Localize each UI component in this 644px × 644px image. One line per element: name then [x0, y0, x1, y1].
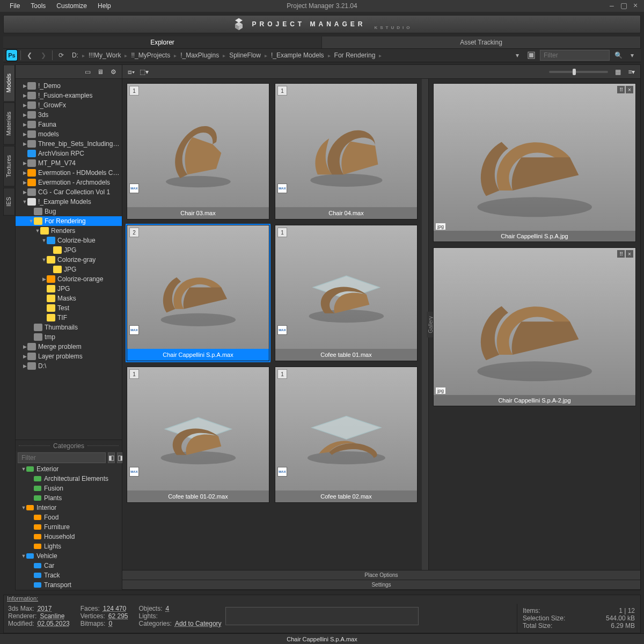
tree-item[interactable]: Bug — [16, 207, 122, 216]
tree-item[interactable]: ▶Fauna — [16, 120, 122, 129]
nav-back[interactable]: ❮ — [24, 50, 35, 61]
thumbnail-card[interactable]: 1 MAX Chair 03.max — [127, 83, 269, 219]
sidetab-models[interactable]: Models — [3, 64, 15, 101]
status-drop-area[interactable] — [225, 607, 419, 625]
breadcrumb-item[interactable]: SplineFlow — [229, 52, 261, 59]
tree-item[interactable]: ▶Three_bip_Sets_Including_Som — [16, 139, 122, 149]
tree-item[interactable]: tmp — [16, 332, 122, 342]
menu-help[interactable]: Help — [92, 2, 116, 10]
menu-tools[interactable]: Tools — [25, 2, 51, 10]
tree-item[interactable]: Thumbnails — [16, 323, 122, 332]
category-item[interactable]: Plants — [16, 493, 122, 503]
category-tree[interactable]: ▼ExteriorArchitectural ElementsFusionPla… — [16, 464, 122, 590]
category-item[interactable]: Track — [16, 570, 122, 580]
category-item[interactable]: ▼Interior — [16, 503, 122, 513]
new-folder-icon[interactable]: ▭ — [83, 68, 92, 76]
tool-cube-icon[interactable]: ⧈▾ — [127, 68, 135, 76]
sidetab-materials[interactable]: Materials — [3, 103, 15, 145]
breadcrumb-item[interactable]: !_MaxPlugins — [180, 52, 219, 59]
tree-item[interactable]: ▶MT_PM_V74 — [16, 158, 122, 168]
filter-input[interactable] — [540, 50, 610, 61]
tree-item[interactable]: JPG — [16, 265, 122, 274]
tree-item[interactable]: Test — [16, 303, 122, 313]
tool-cubes-icon[interactable]: ⬚▾ — [140, 68, 148, 76]
tree-item[interactable]: ▼For Rendering — [16, 216, 122, 226]
thumbnail-grid[interactable]: 1 MAX Chair 03.max1 MAX Chair 04.max2 MA… — [122, 79, 422, 570]
category-item[interactable]: Transport — [16, 580, 122, 590]
thumbnail-card[interactable]: 1 MAX Chair 04.max — [275, 83, 418, 219]
breadcrumb-item[interactable]: !!_MyProjects — [131, 52, 170, 59]
view-grid-icon[interactable]: ▦ — [613, 68, 622, 76]
filter-drop-icon[interactable]: ▾ — [627, 50, 638, 61]
thumbnail-card[interactable]: 2 MAX Chair Cappellini S.p.A.max — [127, 225, 269, 361]
move-icon[interactable]: ⠿ — [617, 250, 625, 258]
thumb-size-slider[interactable] — [549, 71, 608, 73]
tree-item[interactable]: ▶Layer problems — [16, 352, 122, 361]
tab-asset-tracking[interactable]: Asset Tracking — [322, 36, 641, 48]
tree-item[interactable]: ▼Colorize-blue — [16, 236, 122, 245]
category-item[interactable]: Furniture — [16, 522, 122, 532]
tree-item[interactable]: ▶Colorize-orange — [16, 274, 122, 284]
tree-item[interactable]: ▶D:\ — [16, 361, 122, 371]
sidetab-textures[interactable]: Textures — [3, 146, 15, 187]
breadcrumb-item[interactable]: !_Example Models — [271, 52, 324, 59]
display-mode-icon[interactable] — [526, 50, 537, 61]
category-btn-1[interactable]: ◧ — [108, 452, 115, 463]
sidetab-ies[interactable]: IES — [3, 188, 15, 216]
window-minimize[interactable]: – — [606, 2, 617, 10]
window-maximize[interactable]: ▢ — [618, 2, 629, 10]
gallery-card[interactable]: ⠿× jpg Chair Cappellini S.p.A-2.jpg — [433, 247, 636, 406]
gallery-card[interactable]: ⠿× jpg Chair Cappellini S.p.A.jpg — [433, 83, 636, 242]
tree-item[interactable]: JPG — [16, 284, 122, 294]
window-close[interactable]: × — [630, 2, 641, 10]
thumbnail-card[interactable]: 1 MAX Cofee table 01.max — [275, 225, 418, 361]
tree-item[interactable]: ▶models — [16, 129, 122, 139]
tree-item[interactable]: TIF — [16, 313, 122, 323]
category-filter-input[interactable] — [18, 452, 106, 463]
view-list-icon[interactable]: ≡▾ — [627, 68, 636, 76]
tree-item[interactable]: ▼Colorize-gray — [16, 255, 122, 265]
tree-item[interactable]: ▶Evermotion - Archmodels — [16, 178, 122, 187]
category-item[interactable]: Lights — [16, 541, 122, 551]
close-icon[interactable]: × — [626, 86, 633, 93]
tree-item[interactable]: ▶!_Fusion-examples — [16, 91, 122, 100]
category-item[interactable]: Fusion — [16, 484, 122, 493]
gear-icon[interactable]: ⚙ — [109, 68, 118, 76]
bottom-tab-place[interactable]: Place Options — [122, 570, 640, 580]
tree-item[interactable]: ▶3ds — [16, 110, 122, 120]
thumbnail-card[interactable]: 1 MAX Cofee table 01-02.max — [127, 367, 269, 503]
tree-item[interactable]: ▶CG - Car Collection Vol 1 — [16, 187, 122, 197]
breadcrumb-item[interactable]: D: — [72, 52, 78, 59]
tree-item[interactable]: ▶!_Demo — [16, 81, 122, 91]
category-item[interactable]: ▼Vehicle — [16, 551, 122, 561]
bottom-tab-settings[interactable]: Settings — [122, 580, 640, 590]
tree-item[interactable]: JPG — [16, 245, 122, 255]
breadcrumb-dropdown[interactable]: ▾ — [512, 50, 523, 61]
category-item[interactable]: Architectural Elements — [16, 474, 122, 484]
tree-item[interactable]: ArchVision RPC — [16, 149, 122, 158]
folder-tree[interactable]: ▶!_Demo▶!_Fusion-examples▶!_GrowFx▶3ds▶F… — [16, 79, 122, 440]
category-item[interactable]: Food — [16, 513, 122, 522]
tree-item[interactable]: ▶Evermotion - HDModels Cars v — [16, 168, 122, 178]
close-icon[interactable]: × — [626, 250, 633, 258]
menu-file[interactable]: File — [4, 2, 25, 10]
menu-customize[interactable]: Customize — [51, 2, 92, 10]
search-icon[interactable]: 🔍 — [613, 50, 624, 61]
thumbnail-card[interactable]: 1 MAX Cofee table 02.max — [275, 367, 418, 503]
breadcrumb-item[interactable]: For Rendering — [334, 52, 376, 59]
move-icon[interactable]: ⠿ — [617, 86, 625, 93]
photoshop-icon[interactable]: Ps — [6, 50, 17, 61]
tree-item[interactable]: Masks — [16, 294, 122, 303]
tree-item[interactable]: ▼!_Example Models — [16, 197, 122, 207]
nav-refresh[interactable]: ⟳ — [56, 50, 67, 61]
category-item[interactable]: Household — [16, 532, 122, 541]
breadcrumb-item[interactable]: !!!My_Work — [89, 52, 121, 59]
nav-fwd[interactable]: ❯ — [38, 50, 49, 61]
tree-item[interactable]: ▶Merge problem — [16, 342, 122, 352]
category-item[interactable]: ▼Exterior — [16, 464, 122, 474]
tree-item[interactable]: ▼Renders — [16, 226, 122, 236]
tree-item[interactable]: ▶!_GrowFx — [16, 100, 122, 110]
monitor-icon[interactable]: 🖥 — [96, 68, 105, 76]
category-item[interactable]: Car — [16, 561, 122, 570]
tab-explorer[interactable]: Explorer — [3, 36, 322, 48]
